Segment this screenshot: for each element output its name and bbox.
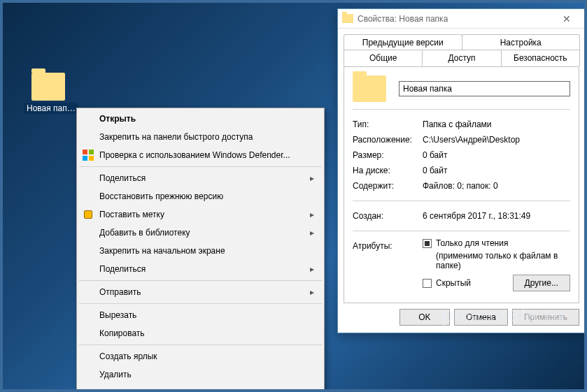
cm-separator [79, 280, 322, 281]
dialog-title: Свойства: Новая папка [358, 14, 553, 24]
size-value: 0 байт [423, 150, 570, 160]
attributes-label: Атрибуты: [353, 238, 423, 291]
properties-dialog: Свойства: Новая папка ✕ Предыдущие верси… [337, 8, 586, 333]
contains-label: Содержит: [353, 181, 423, 191]
cm-library-label: Добавить в библиотеку [99, 228, 190, 238]
created-value: 6 сентября 2017 г., 18:31:49 [423, 211, 570, 221]
tab-security[interactable]: Безопасность [501, 50, 580, 66]
tab-general[interactable]: Общие [344, 50, 423, 66]
cancel-button[interactable]: Отмена [454, 309, 508, 326]
cm-defender[interactable]: Проверка с использованием Windows Defend… [78, 146, 323, 164]
cm-rename-label: Переименовать [99, 388, 161, 392]
cm-share2-label: Поделиться [99, 264, 146, 274]
cm-copy-label: Копировать [99, 328, 145, 338]
cm-restore[interactable]: Восстановить прежнюю версию [78, 187, 323, 205]
cm-share[interactable]: Поделиться▸ [78, 169, 323, 187]
cm-pin-quick-label: Закрепить на панели быстрого доступа [99, 132, 253, 142]
folder-icon [342, 14, 353, 23]
divider [353, 201, 570, 201]
ok-button[interactable]: OK [399, 309, 450, 326]
cm-tag[interactable]: Поставить метку▸ [78, 205, 323, 224]
cm-shortcut-label: Создать ярлык [99, 351, 157, 361]
desktop-folder-label: Новая пап… [24, 103, 78, 114]
defender-shield-icon [83, 150, 94, 161]
cm-send[interactable]: Отправить▸ [78, 283, 323, 301]
cm-send-label: Отправить [99, 287, 141, 297]
cm-restore-label: Восстановить прежнюю версию [99, 191, 223, 201]
readonly-label: Только для чтения [436, 238, 508, 248]
cm-share2[interactable]: Поделиться▸ [78, 260, 323, 278]
cm-copy[interactable]: Копировать [78, 324, 323, 342]
size-label: Размер: [353, 150, 423, 160]
cm-tag-label: Поставить метку [99, 210, 164, 219]
chevron-right-icon: ▸ [310, 287, 314, 297]
cm-pin-start[interactable]: Закрепить на начальном экране [78, 242, 323, 260]
disk-label: На диске: [353, 166, 423, 175]
cm-pin-start-label: Закрепить на начальном экране [99, 246, 225, 256]
folder-icon [353, 75, 386, 102]
cm-delete[interactable]: Удалить [78, 365, 323, 384]
divider [353, 231, 570, 231]
desktop-folder-icon[interactable]: Новая пап… [24, 73, 73, 113]
cm-shortcut[interactable]: Создать ярлык [78, 347, 323, 365]
hidden-checkbox[interactable] [423, 279, 432, 288]
type-label: Тип: [353, 119, 423, 129]
tab-previous-versions[interactable]: Предыдущие версии [344, 34, 462, 50]
location-value: C:\Users\Андрей\Desktop [423, 135, 570, 145]
chevron-right-icon: ▸ [310, 264, 314, 274]
cm-share-label: Поделиться [99, 173, 146, 183]
created-label: Создан: [353, 211, 423, 221]
readonly-note: (применимо только к файлам в папке) [436, 251, 570, 270]
cm-separator [79, 303, 322, 304]
cm-separator [79, 166, 322, 167]
disk-value: 0 байт [423, 166, 570, 175]
cm-cut[interactable]: Вырезать [78, 306, 323, 324]
cm-cut-label: Вырезать [99, 310, 136, 320]
other-attributes-button[interactable]: Другие... [513, 275, 570, 291]
cm-delete-label: Удалить [99, 370, 132, 379]
chevron-right-icon: ▸ [310, 210, 314, 219]
cm-library[interactable]: Добавить в библиотеку▸ [78, 224, 323, 242]
location-label: Расположение: [353, 135, 423, 145]
tag-icon [83, 209, 94, 220]
chevron-right-icon: ▸ [310, 228, 314, 238]
readonly-checkbox[interactable] [423, 239, 432, 248]
contains-value: Файлов: 0; папок: 0 [423, 181, 570, 191]
divider [353, 109, 570, 110]
type-value: Папка с файлами [423, 119, 570, 129]
close-button[interactable]: ✕ [553, 9, 581, 29]
cm-rename[interactable]: Переименовать [78, 384, 323, 392]
cm-pin-quick[interactable]: Закрепить на панели быстрого доступа [78, 128, 323, 146]
tab-access[interactable]: Доступ [422, 50, 501, 66]
cm-defender-label: Проверка с использованием Windows Defend… [99, 150, 290, 160]
context-menu: Открыть Закрепить на панели быстрого дос… [76, 108, 325, 392]
hidden-label: Скрытый [436, 278, 471, 288]
tab-settings[interactable]: Настройка [462, 34, 581, 50]
dialog-titlebar[interactable]: Свойства: Новая папка ✕ [338, 9, 585, 29]
tab-content: Тип:Папка с файлами Расположение:C:\User… [344, 66, 579, 303]
folder-name-input[interactable] [399, 81, 570, 96]
tab-strip: Предыдущие версии Настройка Общие Доступ… [338, 29, 585, 66]
cm-separator [79, 344, 322, 345]
chevron-right-icon: ▸ [310, 173, 314, 183]
cm-open-label: Открыть [99, 114, 136, 124]
apply-button[interactable]: Применить [512, 309, 579, 326]
cm-open[interactable]: Открыть [78, 110, 323, 128]
folder-icon [31, 73, 65, 101]
